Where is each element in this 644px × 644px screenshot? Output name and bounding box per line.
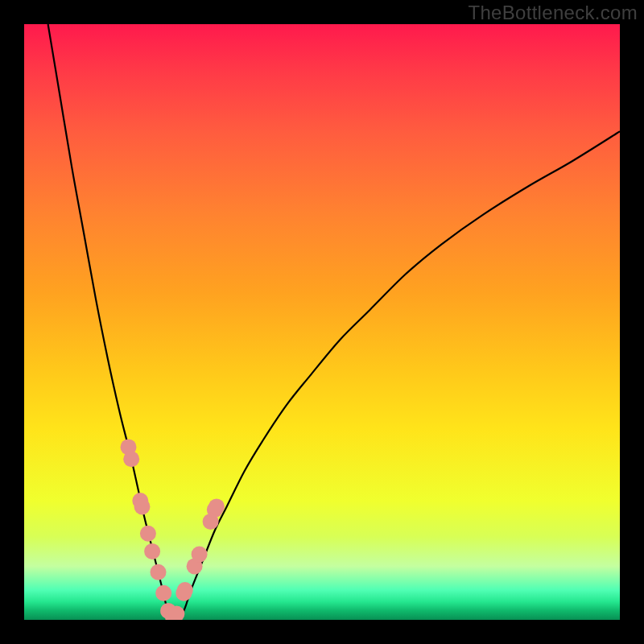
watermark-text: TheBottleneck.com (468, 2, 638, 24)
curve-marker (140, 526, 156, 542)
curve-marker (208, 498, 225, 514)
bottleneck-curve-svg (24, 24, 620, 620)
curve-marker (192, 547, 208, 563)
curve-marker (177, 582, 193, 598)
curve-marker (151, 564, 167, 580)
curve-markers (121, 439, 225, 620)
plot-area (24, 24, 620, 620)
curve-marker (155, 585, 171, 601)
curve-marker (144, 543, 160, 559)
curve-marker (134, 498, 151, 514)
curve-marker (123, 451, 139, 467)
bottleneck-curve (48, 24, 620, 620)
chart-frame: TheBottleneck.com (0, 0, 644, 644)
